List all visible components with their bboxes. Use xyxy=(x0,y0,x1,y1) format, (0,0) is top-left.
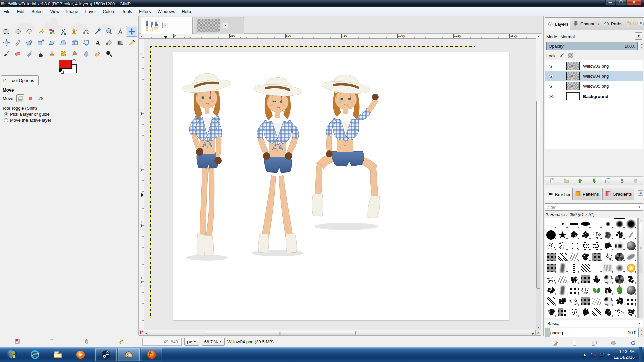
button-delete-options[interactable] xyxy=(69,337,104,346)
brush-specks[interactable]: + xyxy=(568,296,580,307)
collapse-dock-icon[interactable]: ◀ xyxy=(638,190,643,196)
tool-fuzzy-select[interactable] xyxy=(35,26,46,37)
brush-splat[interactable]: + xyxy=(602,307,614,318)
brush-sphere[interactable]: + xyxy=(625,240,637,251)
taskbar-start-button[interactable] xyxy=(3,348,21,361)
tool-bucket-fill[interactable] xyxy=(103,37,114,48)
button-reset-options[interactable] xyxy=(104,337,139,346)
brush-dotcol[interactable]: + xyxy=(568,262,580,274)
taskbar-windows-explorer[interactable] xyxy=(49,348,66,361)
brush-specks[interactable]: + xyxy=(545,274,557,285)
brush-splat[interactable]: + xyxy=(545,285,557,296)
button-new-brush[interactable] xyxy=(565,339,584,347)
radio-pick-layer[interactable]: Pick a layer or guide xyxy=(4,112,50,117)
button-restore-options[interactable] xyxy=(35,337,69,346)
tool-rect-select[interactable] xyxy=(1,26,12,37)
layer-row-background[interactable]: Background xyxy=(545,92,643,101)
brush-cells[interactable]: + xyxy=(580,240,591,251)
brush-splat[interactable]: + xyxy=(557,296,568,307)
vertical-scrollbar[interactable]: ▲ ≡ ▼ xyxy=(536,34,541,330)
navigation-button[interactable]: ✥ xyxy=(536,330,541,336)
menu-filters[interactable]: Filters xyxy=(136,8,154,15)
brush-splat[interactable]: + xyxy=(568,229,580,240)
move-path-mode-button[interactable] xyxy=(37,94,45,102)
tool-measure[interactable] xyxy=(115,26,126,37)
move-layer-mode-button[interactable] xyxy=(16,94,24,102)
brush-sticks[interactable]: + xyxy=(557,274,568,285)
brush-swirl[interactable]: + xyxy=(614,251,625,262)
radio-move-active-control[interactable] xyxy=(4,118,8,122)
brush-splat[interactable]: + xyxy=(591,274,602,285)
button-duplicate-layer[interactable] xyxy=(601,176,615,185)
taskbar-firefox[interactable] xyxy=(141,348,162,361)
brush-group-dropdown[interactable]: Basic,▼ xyxy=(545,320,643,327)
opacity-slider[interactable]: Opacity 100.0 xyxy=(546,42,638,50)
brush-specks[interactable]: + xyxy=(591,229,602,240)
brush-dotsfine[interactable]: + xyxy=(568,240,580,251)
minimize-button[interactable]: — xyxy=(605,0,615,5)
brush-texsq[interactable]: + xyxy=(568,285,580,296)
tab-brushes[interactable]: Brushes xyxy=(545,188,574,201)
brush-oval[interactable]: + xyxy=(580,218,591,229)
horizontal-scrollbar[interactable]: ◀ ||| ▶ xyxy=(144,330,536,336)
brush-texsq[interactable]: + xyxy=(591,251,602,262)
brush-line[interactable]: + xyxy=(591,218,602,229)
brush-soft3[interactable]: + xyxy=(625,218,637,229)
brush-noisedisc[interactable]: + xyxy=(614,240,625,251)
brush-scrollbar[interactable]: ▲ ≡ xyxy=(638,218,643,318)
menu-windows[interactable]: Windows xyxy=(154,8,178,15)
brush-hatch[interactable]: + xyxy=(545,296,557,307)
brush-filter-input[interactable]: filter▼ xyxy=(545,203,643,211)
swap-colors-icon[interactable]: ⤸ xyxy=(72,59,76,61)
tool-flip[interactable] xyxy=(69,37,80,48)
brush-diag[interactable]: + xyxy=(580,262,591,274)
brush-texsq[interactable]: + xyxy=(545,262,557,274)
brush-soft2[interactable]: + xyxy=(614,218,625,229)
menu-colors[interactable]: Colors xyxy=(99,8,119,15)
tool-blend[interactable] xyxy=(115,37,126,48)
button-refresh-brushes[interactable] xyxy=(624,339,643,347)
brush-noisedisc[interactable]: + xyxy=(602,274,614,285)
brush-pepper[interactable]: + xyxy=(614,285,625,296)
button-save-options[interactable] xyxy=(0,337,35,346)
brush-specks[interactable]: + xyxy=(568,307,580,318)
button-anchor-layer[interactable] xyxy=(615,176,629,185)
tool-move[interactable] xyxy=(126,26,137,37)
image-canvas[interactable] xyxy=(173,52,509,320)
button-raise-layer[interactable] xyxy=(573,176,587,185)
brush-px[interactable]: + xyxy=(545,218,557,229)
maximize-button[interactable]: ❐ xyxy=(616,0,626,5)
close-tab-icon[interactable]: × xyxy=(162,23,168,28)
menu-layer[interactable]: Layer xyxy=(82,8,100,15)
hidden-icons-icon[interactable]: ▲ xyxy=(583,352,587,357)
brush-smears[interactable]: + xyxy=(602,262,614,274)
tool-scale[interactable] xyxy=(35,37,46,48)
brush-splat[interactable]: + xyxy=(602,285,614,296)
brush-splat[interactable]: + xyxy=(602,240,614,251)
layer-visibility-icon[interactable] xyxy=(545,63,557,69)
brush-sticks[interactable]: + xyxy=(591,296,602,307)
tool-foreground-select[interactable] xyxy=(69,26,80,37)
brush-glow[interactable]: + xyxy=(625,262,637,274)
brush-disc[interactable]: + xyxy=(545,229,557,240)
tool-free-select[interactable] xyxy=(23,26,35,37)
tool-cage[interactable] xyxy=(80,37,92,48)
zoom-dropdown[interactable]: 66.7 %▼ xyxy=(202,338,225,346)
menu-view[interactable]: View xyxy=(47,8,63,15)
brush-swirl[interactable]: + xyxy=(614,274,625,285)
brush-splat[interactable]: + xyxy=(545,307,557,318)
tool-perspective[interactable] xyxy=(58,37,69,48)
brush-cells[interactable]: + xyxy=(591,240,602,251)
layer-row-willow05-png[interactable]: Willow05.png xyxy=(545,81,643,91)
layer-visibility-icon[interactable] xyxy=(545,94,557,99)
tool-zoom[interactable] xyxy=(103,26,114,37)
lock-alpha-icon[interactable] xyxy=(568,53,573,58)
brush-star[interactable]: ★+ xyxy=(557,229,568,240)
show-desktop-button[interactable] xyxy=(639,347,642,362)
tool-paths[interactable] xyxy=(80,26,92,37)
menu-help[interactable]: Help xyxy=(178,8,194,15)
opacity-spinner[interactable]: ▲▼ xyxy=(640,42,644,50)
tool-text[interactable]: A xyxy=(92,37,103,48)
brush-texsq[interactable]: + xyxy=(625,296,637,307)
brush-sliver[interactable]: + xyxy=(625,229,637,240)
